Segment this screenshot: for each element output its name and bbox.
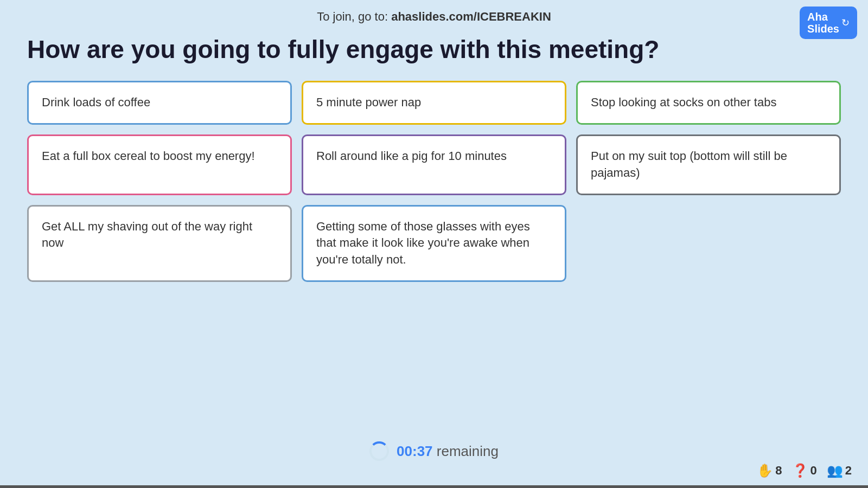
logo-text: Aha Slides — [807, 11, 839, 35]
logo: Aha Slides ↻ — [800, 7, 857, 39]
card-8-text: Getting some of those glasses with eyes … — [316, 220, 530, 267]
progress-bar — [0, 485, 868, 488]
answer-card-4: Eat a full box cereal to boost my energy… — [27, 134, 292, 195]
question-status: ❓ 0 — [792, 463, 817, 478]
question-icon: ❓ — [792, 463, 808, 478]
timer-spinner — [369, 441, 389, 461]
people-status: 👥 2 — [827, 463, 852, 478]
answer-card-2: 5 minute power nap — [302, 81, 566, 125]
status-bar: ✋ 8 ❓ 0 👥 2 — [757, 463, 852, 478]
logo-aha: Aha — [807, 11, 839, 23]
logo-slides: Slides — [807, 23, 839, 35]
hand-status: ✋ 8 — [757, 463, 782, 478]
answer-card-8: Getting some of those glasses with eyes … — [302, 205, 566, 282]
timer-display: 00:37 remaining — [397, 443, 499, 460]
empty-card-slot — [576, 205, 841, 282]
hand-icon: ✋ — [757, 463, 773, 478]
join-text: To join, go to: — [317, 10, 391, 23]
card-7-text: Get ALL my shaving out of the way right … — [42, 220, 252, 250]
timer-time: 00:37 — [397, 443, 433, 459]
question-title: How are you going to fully engage with t… — [0, 29, 868, 81]
answer-card-5: Roll around like a pig for 10 minutes — [302, 134, 566, 195]
answer-card-3: Stop looking at socks on other tabs — [576, 81, 841, 125]
card-6-text: Put on my suit top (bottom will still be… — [591, 149, 787, 179]
timer-bar: 00:37 remaining — [0, 441, 868, 461]
timer-label: remaining — [437, 443, 499, 459]
answer-card-6: Put on my suit top (bottom will still be… — [576, 134, 841, 195]
cards-grid: Drink loads of coffee 5 minute power nap… — [0, 81, 868, 282]
join-url: ahaslides.com/ICEBREAKIN — [391, 10, 551, 23]
people-icon: 👥 — [827, 463, 843, 478]
join-bar: To join, go to: ahaslides.com/ICEBREAKIN — [0, 0, 868, 29]
card-4-text: Eat a full box cereal to boost my energy… — [42, 149, 255, 163]
people-count: 2 — [845, 464, 852, 478]
card-3-text: Stop looking at socks on other tabs — [591, 95, 776, 109]
answer-card-1: Drink loads of coffee — [27, 81, 292, 125]
logo-icon: ↻ — [841, 17, 850, 29]
hand-count: 8 — [775, 464, 782, 478]
card-1-text: Drink loads of coffee — [42, 95, 150, 109]
card-2-text: 5 minute power nap — [316, 95, 421, 109]
card-5-text: Roll around like a pig for 10 minutes — [316, 149, 507, 163]
answer-card-7: Get ALL my shaving out of the way right … — [27, 205, 292, 282]
question-count: 0 — [810, 464, 817, 478]
